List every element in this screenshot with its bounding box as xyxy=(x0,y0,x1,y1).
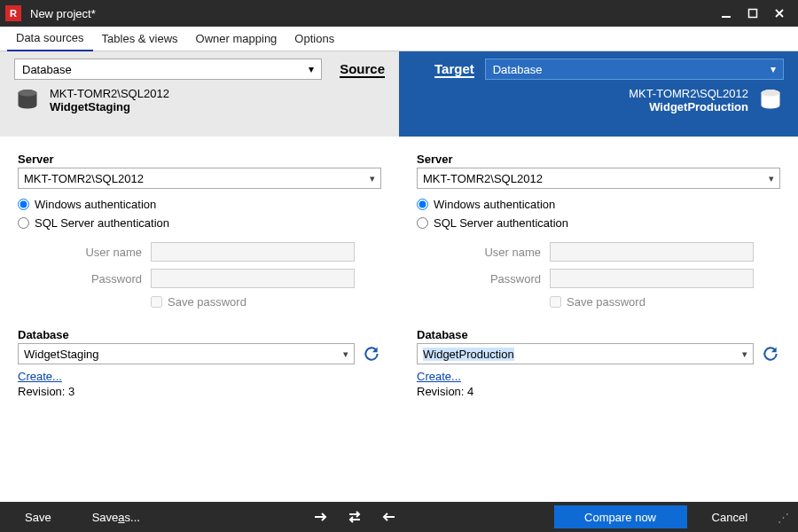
chevron-down-icon: ▾ xyxy=(343,348,348,360)
save-as-pre: Save xyxy=(92,511,119,524)
target-username-label: User name xyxy=(417,246,541,259)
footer: Save Save as... Compare now Cancel ⋰ xyxy=(0,502,798,532)
source-server-label: Server xyxy=(18,153,381,166)
target-refresh-button[interactable] xyxy=(761,344,780,364)
checkbox-input[interactable] xyxy=(550,296,561,308)
tab-tables-views[interactable]: Tables & views xyxy=(93,27,187,51)
source-revision: Revision: 3 xyxy=(18,385,381,398)
source-save-password-checkbox[interactable]: Save password xyxy=(151,295,381,309)
target-column: Server MKT-TOMR2\SQL2012 ▾ Windows authe… xyxy=(399,137,798,502)
target-auth-group: Windows authentication SQL Server authen… xyxy=(417,198,780,230)
save-as-underline: a xyxy=(118,511,124,524)
maximize-icon xyxy=(747,8,758,19)
target-auth-windows-radio[interactable]: Windows authentication xyxy=(417,198,780,211)
target-username-input[interactable] xyxy=(550,242,754,262)
arrow-left-icon xyxy=(380,512,396,522)
radio-input[interactable] xyxy=(417,217,428,229)
source-target-header: Database ▾ Source MKT-TOMR2\SQL2012 Widg… xyxy=(0,51,798,137)
source-server-select[interactable]: MKT-TOMR2\SQL2012 ▾ xyxy=(18,168,381,189)
target-save-password-label: Save password xyxy=(567,295,645,309)
target-server-select[interactable]: MKT-TOMR2\SQL2012 ▾ xyxy=(417,168,780,189)
tab-options[interactable]: Options xyxy=(286,27,343,51)
source-database-select[interactable]: WidgetStaging ▾ xyxy=(18,343,355,364)
tab-owner-mapping[interactable]: Owner mapping xyxy=(187,27,286,51)
chevron-down-icon: ▾ xyxy=(771,63,776,75)
swap-icon xyxy=(347,510,363,524)
minimize-button[interactable] xyxy=(713,0,739,27)
source-password-label: Password xyxy=(18,272,142,286)
source-auth-windows-label: Windows authentication xyxy=(35,198,156,211)
window-title: New project* xyxy=(30,7,713,20)
target-summary-server: MKT-TOMR2\SQL2012 xyxy=(629,87,748,100)
target-password-label: Password xyxy=(417,272,541,286)
source-auth-fields: User name Password Save password xyxy=(18,242,381,309)
database-icon xyxy=(757,88,784,113)
copy-left-button[interactable] xyxy=(376,505,401,528)
close-button[interactable] xyxy=(766,0,793,27)
target-type-value: Database xyxy=(493,63,543,76)
source-username-label: User name xyxy=(18,246,142,259)
save-as-button[interactable]: Save as... xyxy=(76,505,156,528)
svg-point-5 xyxy=(762,90,780,96)
source-type-dropdown[interactable]: Database ▾ xyxy=(14,59,322,80)
app-icon: R xyxy=(5,5,21,21)
titlebar: R New project* xyxy=(0,0,798,27)
target-header-label: Target xyxy=(434,61,474,78)
source-auth-sql-label: SQL Server authentication xyxy=(35,216,169,230)
source-column: Server MKT-TOMR2\SQL2012 ▾ Windows authe… xyxy=(0,137,399,502)
target-database-select[interactable]: WidgetProduction ▾ xyxy=(417,343,754,364)
target-password-input[interactable] xyxy=(550,269,754,288)
source-database-section: Database WidgetStaging ▾ Create... Revis… xyxy=(18,328,381,398)
chevron-down-icon: ▾ xyxy=(370,173,375,184)
chevron-down-icon: ▾ xyxy=(742,348,747,360)
svg-rect-1 xyxy=(749,10,757,18)
target-database-label: Database xyxy=(417,328,780,341)
minimize-icon xyxy=(721,8,732,19)
target-database-section: Database WidgetProduction ▾ Create... Re… xyxy=(417,328,780,398)
source-create-link[interactable]: Create... xyxy=(18,370,62,383)
main-tabs: Data sources Tables & views Owner mappin… xyxy=(0,27,798,51)
database-icon xyxy=(14,88,41,113)
radio-input[interactable] xyxy=(417,199,428,210)
source-header-label: Source xyxy=(340,61,385,78)
source-summary-database: WidgetStaging xyxy=(50,100,169,113)
cancel-button[interactable]: Cancel xyxy=(696,505,763,528)
target-auth-windows-label: Windows authentication xyxy=(434,198,555,211)
compare-now-button[interactable]: Compare now xyxy=(554,505,687,528)
svg-point-3 xyxy=(19,90,37,96)
target-header-panel: Target Database ▾ MKT-TOMR2\SQL2012 Widg… xyxy=(399,51,798,137)
source-database-label: Database xyxy=(18,328,381,341)
copy-right-button[interactable] xyxy=(309,505,333,528)
chevron-down-icon: ▾ xyxy=(309,63,314,75)
radio-input[interactable] xyxy=(18,217,29,229)
source-server-value: MKT-TOMR2\SQL2012 xyxy=(24,172,144,185)
source-auth-sql-radio[interactable]: SQL Server authentication xyxy=(18,216,381,230)
body: Server MKT-TOMR2\SQL2012 ▾ Windows authe… xyxy=(0,137,798,502)
target-server-label: Server xyxy=(417,153,780,166)
source-auth-windows-radio[interactable]: Windows authentication xyxy=(18,198,381,211)
refresh-icon xyxy=(762,345,779,363)
save-button[interactable]: Save xyxy=(9,505,67,528)
target-revision: Revision: 4 xyxy=(417,385,780,398)
source-summary-server: MKT-TOMR2\SQL2012 xyxy=(50,87,169,100)
chevron-down-icon: ▾ xyxy=(769,173,774,184)
save-as-post: s... xyxy=(125,511,140,524)
target-type-dropdown[interactable]: Database ▾ xyxy=(485,59,784,80)
refresh-icon xyxy=(363,345,380,363)
target-save-password-checkbox[interactable]: Save password xyxy=(550,295,780,309)
target-auth-sql-radio[interactable]: SQL Server authentication xyxy=(417,216,780,230)
source-save-password-label: Save password xyxy=(168,295,246,309)
target-create-link[interactable]: Create... xyxy=(417,370,461,383)
target-summary: MKT-TOMR2\SQL2012 WidgetProduction xyxy=(434,87,784,113)
swap-button[interactable] xyxy=(342,505,367,528)
checkbox-input[interactable] xyxy=(151,296,162,308)
maximize-button[interactable] xyxy=(739,0,766,27)
resize-grip-icon[interactable]: ⋰ xyxy=(778,511,789,524)
source-password-input[interactable] xyxy=(151,269,355,288)
target-auth-fields: User name Password Save password xyxy=(417,242,780,309)
source-refresh-button[interactable] xyxy=(362,344,381,364)
source-username-input[interactable] xyxy=(151,242,355,262)
tab-data-sources[interactable]: Data sources xyxy=(7,27,93,51)
radio-input[interactable] xyxy=(18,199,29,210)
source-summary: MKT-TOMR2\SQL2012 WidgetStaging xyxy=(14,87,385,113)
